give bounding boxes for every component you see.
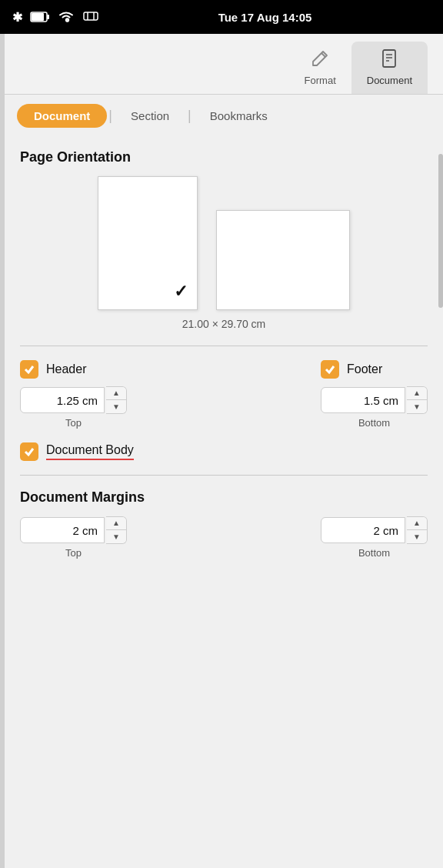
tab-divider-2: | — [188, 108, 192, 124]
header-input[interactable] — [20, 387, 105, 413]
orientation-dimensions: 21.00 × 29.70 cm — [20, 318, 428, 330]
top-margin-increment[interactable]: ▲ — [106, 517, 126, 530]
top-margin-input[interactable] — [20, 517, 105, 543]
header-checkbox-row: Header — [20, 360, 127, 379]
document-icon — [378, 48, 400, 72]
extra-icon — [82, 10, 99, 25]
header-label: Header — [46, 362, 86, 376]
top-margin-label: Top — [65, 547, 82, 559]
bluetooth-icon: ✱ — [12, 10, 22, 25]
portrait-option[interactable]: ✓ — [98, 176, 198, 310]
divider-2 — [20, 475, 428, 476]
footer-margin-group: ▲ ▼ Bottom — [321, 386, 428, 429]
footer-stepper-btns: ▲ ▼ — [407, 386, 428, 414]
svg-rect-1 — [47, 15, 49, 19]
header-group: Header ▲ ▼ Top — [20, 360, 127, 429]
header-margin-group: ▲ ▼ Top — [20, 386, 127, 429]
divider-1 — [20, 346, 428, 346]
footer-checkbox[interactable] — [321, 360, 339, 379]
bottom-margin-increment[interactable]: ▲ — [407, 517, 427, 530]
bottom-margin-input[interactable] — [321, 517, 405, 543]
svg-rect-6 — [383, 50, 395, 67]
svg-rect-3 — [84, 12, 98, 20]
portrait-checkmark: ✓ — [174, 282, 188, 302]
bottom-margin-stepper: ▲ ▼ — [321, 516, 428, 544]
document-body-row: Document Body — [20, 442, 428, 461]
header-stepper: ▲ ▼ — [20, 386, 127, 414]
tab-section[interactable]: Section — [114, 104, 186, 128]
format-button[interactable]: Format — [289, 42, 351, 94]
bottom-margin-label: Bottom — [358, 547, 390, 559]
header-sublabel: Top — [65, 417, 82, 429]
header-increment[interactable]: ▲ — [106, 387, 126, 400]
orientation-options: ✓ — [20, 176, 428, 310]
format-label: Format — [305, 75, 336, 86]
document-label: Document — [367, 75, 412, 86]
footer-checkbox-row: Footer — [321, 360, 428, 379]
top-margin-group: ▲ ▼ Top — [20, 516, 127, 559]
main-panel: Format Document Document | Section | — [5, 34, 443, 868]
top-margin-stepper-btns: ▲ ▼ — [106, 516, 127, 544]
footer-label: Footer — [347, 362, 382, 376]
header-checkbox[interactable] — [20, 360, 38, 379]
sidebar-left-border — [0, 34, 5, 868]
header-footer-row: Header ▲ ▼ Top — [20, 360, 428, 429]
svg-rect-2 — [32, 13, 44, 21]
footer-increment[interactable]: ▲ — [407, 387, 427, 400]
bottom-margin-decrement[interactable]: ▼ — [407, 530, 427, 543]
content-area: Page Orientation ✓ 21.00 × 29.70 cm — [5, 137, 443, 571]
page-orientation-title: Page Orientation — [20, 149, 428, 165]
battery-icon — [30, 12, 50, 22]
status-left: ✱ — [12, 10, 99, 25]
tab-document[interactable]: Document — [17, 104, 107, 128]
tab-divider-1: | — [108, 108, 112, 124]
top-margin-decrement[interactable]: ▼ — [106, 530, 126, 543]
footer-sublabel: Bottom — [358, 417, 390, 429]
margins-row: ▲ ▼ Top ▲ ▼ Bottom — [20, 516, 428, 559]
bottom-margin-group: ▲ ▼ Bottom — [321, 516, 428, 559]
header-decrement[interactable]: ▼ — [106, 400, 126, 413]
status-time: Tue 17 Aug 14:05 — [218, 11, 312, 24]
footer-group: Footer ▲ ▼ Bottom — [321, 360, 428, 429]
scrollbar[interactable] — [438, 154, 443, 308]
landscape-option[interactable] — [216, 210, 350, 310]
status-bar: ✱ — [0, 0, 443, 34]
document-button[interactable]: Document — [351, 42, 428, 94]
document-body-label: Document Body — [46, 443, 134, 460]
footer-stepper: ▲ ▼ — [321, 386, 428, 414]
toolbar: Format Document — [5, 34, 443, 95]
document-body-checkbox[interactable] — [20, 442, 38, 461]
footer-input[interactable] — [321, 387, 405, 413]
header-stepper-btns: ▲ ▼ — [106, 386, 127, 414]
top-margin-stepper: ▲ ▼ — [20, 516, 127, 544]
format-icon — [309, 48, 331, 72]
bottom-margin-stepper-btns: ▲ ▼ — [407, 516, 428, 544]
document-margins-title: Document Margins — [20, 489, 428, 506]
wifi-icon — [58, 10, 75, 25]
tabs-row: Document | Section | Bookmarks — [5, 95, 443, 137]
tab-bookmarks[interactable]: Bookmarks — [193, 104, 285, 128]
footer-decrement[interactable]: ▼ — [407, 400, 427, 413]
